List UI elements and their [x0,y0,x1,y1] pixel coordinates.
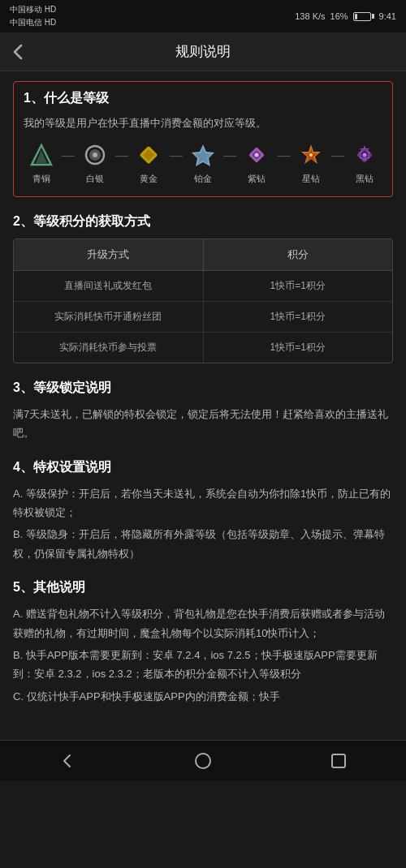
battery-icon [353,12,374,21]
carrier1: 中国移动 HD [10,4,56,15]
svg-point-17 [363,153,367,157]
bronze-label: 青铜 [32,173,50,185]
bronze-icon [27,140,56,170]
table-row-fans: 实际消耗快币开通粉丝团 1快币=1积分 [14,302,392,333]
nav-bar: 规则说明 [0,32,406,71]
section3-text: 满7天未送礼，已解锁的特权会锁定，锁定后将无法使用！赶紧给喜欢的主播送礼吧。 [13,405,393,443]
svg-point-14 [309,153,313,157]
level-gold: 黄金 [134,140,163,185]
svg-point-19 [196,754,210,768]
purple-diamond-icon [242,140,271,170]
content: 1、什么是等级 我的等级是用户在快手直播中消费金额的对应等级。 青铜 — [0,71,406,732]
table-row-vote: 实际消耗快币参与投票 1快币=1积分 [14,333,392,363]
cell-gift-points: 1快币=1积分 [204,271,393,301]
time: 9:41 [379,11,396,21]
table-row-gift: 直播间送礼或发红包 1快币=1积分 [14,271,392,302]
section5-line-c: C. 仅统计快手APP和快手极速版APP内的消费金额；快手 [13,687,393,706]
page-title: 规则说明 [175,42,231,61]
dash3: — [170,148,183,163]
dash1: — [62,148,75,163]
platinum-icon [188,140,218,170]
signal-speed: 138 K/s [295,11,325,21]
black-diamond-icon [350,140,379,170]
section3-title: 3、等级锁定说明 [13,380,393,397]
level-platinum: 铂金 [188,140,218,185]
level-icons-row: 青铜 — 白银 — [24,140,382,185]
cell-vote-method: 实际消耗快币参与投票 [14,333,204,363]
section1-desc: 我的等级是用户在快手直播中消费金额的对应等级。 [24,115,382,132]
status-right: 138 K/s 16% 9:41 [295,11,396,21]
gold-icon [134,140,163,170]
star-diamond-icon [296,140,326,170]
silver-icon [80,140,110,170]
battery-percent: 16% [330,11,348,21]
carrier2: 中国电信 HD [10,17,56,28]
carrier-info: 中国移动 HD 中国电信 HD [10,4,56,28]
section5-title: 5、其他说明 [13,579,393,596]
cell-vote-points: 1快币=1积分 [204,333,393,363]
section5-line-b: B. 快手APP版本需要更新到：安卓 7.2.4，ios 7.2.5；快手极速版… [13,646,393,684]
svg-point-11 [255,153,259,157]
recent-nav-button[interactable] [322,749,355,773]
dash2: — [115,148,128,163]
star-diamond-label: 星钻 [302,173,320,185]
dash6: — [331,148,344,163]
black-diamond-label: 黑钻 [356,173,374,185]
dash4: — [223,148,236,163]
points-table: 升级方式 积分 直播间送礼或发红包 1快币=1积分 实际消耗快币开通粉丝团 1快… [13,238,393,363]
level-bronze: 青铜 [27,140,56,185]
level-black-diamond: 黑钻 [350,140,379,185]
col-upgrade-method: 升级方式 [14,239,204,270]
level-silver: 白银 [80,140,110,185]
section-points: 2、等级积分的获取方式 升级方式 积分 直播间送礼或发红包 1快币=1积分 实际… [13,213,393,363]
section4-title: 4、特权设置说明 [13,459,393,476]
level-star-diamond: 星钻 [296,140,326,185]
platinum-label: 铂金 [194,173,212,185]
section4-line-b: B. 等级隐身：开启后，将隐藏所有外露等级（包括等级勋章、入场提示、弹幕特权，仍… [13,525,393,563]
back-button[interactable] [13,44,23,60]
cell-fans-method: 实际消耗快币开通粉丝团 [14,302,204,332]
section5-body: A. 赠送背包礼物不计入等级积分，背包礼物是您在快手消费后获赠或者参与活动获赠的… [13,604,393,706]
section5-line-a: A. 赠送背包礼物不计入等级积分，背包礼物是您在快手消费后获赠或者参与活动获赠的… [13,604,393,642]
section-what-is-level: 1、什么是等级 我的等级是用户在快手直播中消费金额的对应等级。 青铜 — [13,81,393,197]
cell-fans-points: 1快币=1积分 [204,302,393,332]
silver-label: 白银 [86,173,104,185]
svg-point-4 [93,153,97,157]
home-nav-button[interactable] [187,749,219,773]
section3-body: 满7天未送礼，已解锁的特权会锁定，锁定后将无法使用！赶紧给喜欢的主播送礼吧。 [13,405,393,443]
table-header: 升级方式 积分 [14,239,392,271]
cell-gift-method: 直播间送礼或发红包 [14,271,204,301]
section4-line-a: A. 等级保护：开启后，若你当天未送礼，系统会自动为你扣除1快币，防止已有的特权… [13,484,393,522]
section-other: 5、其他说明 A. 赠送背包礼物不计入等级积分，背包礼物是您在快手消费后获赠或者… [13,579,393,706]
status-bar: 中国移动 HD 中国电信 HD 138 K/s 16% 9:41 [0,0,406,32]
back-nav-button[interactable] [51,749,84,773]
bottom-nav [0,740,406,781]
purple-diamond-label: 紫钻 [248,173,266,185]
section4-body: A. 等级保护：开启后，若你当天未送礼，系统会自动为你扣除1快币，防止已有的特权… [13,484,393,564]
section-privilege: 4、特权设置说明 A. 等级保护：开启后，若你当天未送礼，系统会自动为你扣除1快… [13,459,393,564]
section-level-lock: 3、等级锁定说明 满7天未送礼，已解锁的特权会锁定，锁定后将无法使用！赶紧给喜欢… [13,380,393,443]
dash5: — [278,148,291,163]
level-purple-diamond: 紫钻 [242,140,271,185]
section1-title: 1、什么是等级 [24,90,382,107]
gold-label: 黄金 [140,173,158,185]
col-points: 积分 [204,239,393,270]
section2-title: 2、等级积分的获取方式 [13,213,393,230]
svg-rect-20 [332,754,345,767]
